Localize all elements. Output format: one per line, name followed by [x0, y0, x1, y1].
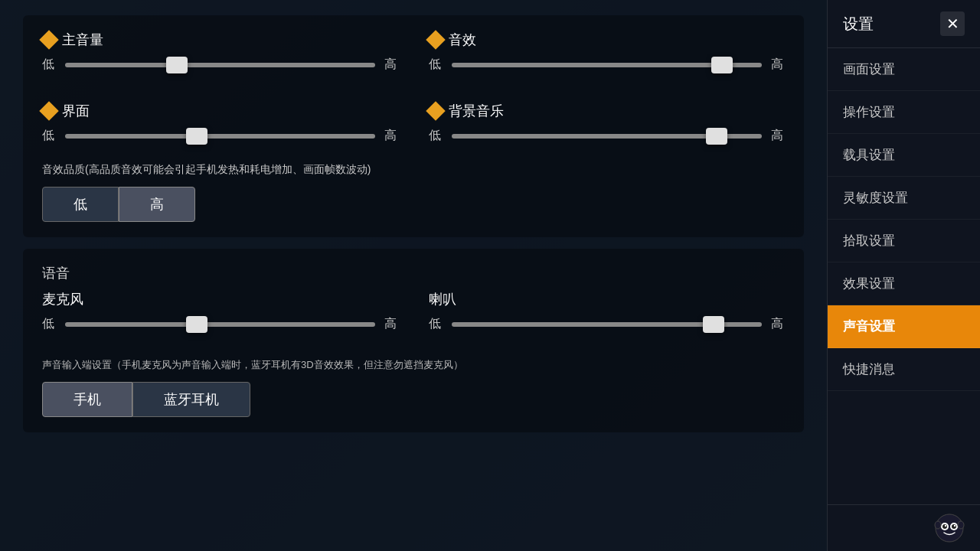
voice-section: 语音 麦克风 低 高 喇叭: [23, 249, 804, 432]
svg-point-3: [942, 524, 947, 529]
speaker-group: 喇叭 低 高: [429, 290, 785, 332]
svg-point-6: [954, 525, 956, 527]
master-volume-slider[interactable]: [65, 63, 375, 67]
bgm-label: 背景音乐: [429, 102, 785, 120]
quality-low-button[interactable]: 低: [42, 187, 119, 222]
main-content: 主音量 低 高 音效 低: [0, 0, 827, 551]
microphone-group: 麦克风 低 高: [42, 290, 398, 332]
bgm-group: 背景音乐 低 高: [429, 102, 785, 144]
bgm-row: 低 高: [429, 128, 785, 144]
quality-btn-group: 低 高: [42, 187, 785, 222]
sidebar-item-operation[interactable]: 操作设置: [828, 91, 980, 134]
diamond-icon-2: [426, 30, 445, 49]
microphone-row: 低 高: [42, 316, 398, 332]
diamond-icon-4: [426, 101, 445, 120]
input-phone-button[interactable]: 手机: [42, 382, 132, 417]
sidebar-item-sensitivity[interactable]: 灵敏度设置: [828, 177, 980, 220]
jiuyou-logo: [934, 513, 965, 543]
svg-point-4: [952, 524, 956, 529]
sidebar-item-screen[interactable]: 画面设置: [828, 48, 980, 91]
settings-panel: 主音量 低 高 音效 低: [0, 0, 827, 551]
master-volume-row: 低 高: [42, 57, 398, 73]
sound-effect-slider[interactable]: [452, 63, 762, 67]
svg-point-8: [958, 521, 964, 529]
sidebar-title: 设置: [843, 14, 874, 34]
ui-volume-label: 界面: [42, 102, 398, 120]
bgm-slider[interactable]: [452, 134, 762, 139]
quality-high-button[interactable]: 高: [119, 187, 195, 222]
ui-volume-slider[interactable]: [65, 134, 375, 139]
sidebar-item-shortcut[interactable]: 快捷消息: [828, 348, 980, 391]
input-device-description: 声音输入端设置（手机麦克风为声音输入端时，蓝牙耳机有3D音效效果，但注意勿遮挡麦…: [42, 357, 785, 373]
sound-effect-row: 低 高: [429, 57, 785, 73]
input-device-btn-group: 手机 蓝牙耳机: [42, 382, 785, 417]
sidebar-footer: [828, 504, 980, 551]
speaker-row: 低 高: [429, 316, 785, 332]
master-volume-label: 主音量: [42, 31, 398, 49]
sidebar-item-effect[interactable]: 效果设置: [828, 262, 980, 305]
sound-effect-group: 音效 低 高: [429, 31, 785, 73]
volume-section: 主音量 低 高 音效 低: [23, 15, 804, 237]
sidebar-item-pickup[interactable]: 拾取设置: [828, 220, 980, 262]
speaker-label: 喇叭: [429, 290, 785, 308]
svg-point-5: [945, 525, 946, 527]
ui-volume-row: 低 高: [42, 128, 398, 144]
svg-point-7: [935, 521, 941, 529]
close-button[interactable]: ✕: [940, 11, 965, 36]
sidebar: 设置 ✕ 画面设置 操作设置 载具设置 灵敏度设置 拾取设置 效果设置 声音设置…: [827, 0, 980, 551]
diamond-icon-3: [39, 101, 58, 120]
voice-sliders: 麦克风 低 高 喇叭 低 高: [42, 290, 785, 346]
ui-volume-group: 界面 低 高: [42, 102, 398, 144]
input-bluetooth-button[interactable]: 蓝牙耳机: [132, 382, 250, 417]
master-volume-group: 主音量 低 高: [42, 31, 398, 73]
sidebar-header: 设置 ✕: [828, 0, 980, 48]
diamond-icon-1: [39, 30, 58, 49]
sound-effect-label: 音效: [429, 31, 785, 49]
sidebar-item-sound[interactable]: 声音设置: [828, 305, 980, 348]
quality-description: 音效品质(高品质音效可能会引起手机发热和耗电增加、画面帧数波动): [42, 161, 785, 178]
speaker-slider[interactable]: [452, 322, 762, 327]
microphone-label: 麦克风: [42, 290, 398, 308]
sidebar-item-vehicle[interactable]: 载具设置: [828, 134, 980, 177]
microphone-slider[interactable]: [65, 322, 375, 327]
voice-title: 语音: [42, 264, 785, 282]
quality-section: 音效品质(高品质音效可能会引起手机发热和耗电增加、画面帧数波动) 低 高: [42, 161, 785, 222]
